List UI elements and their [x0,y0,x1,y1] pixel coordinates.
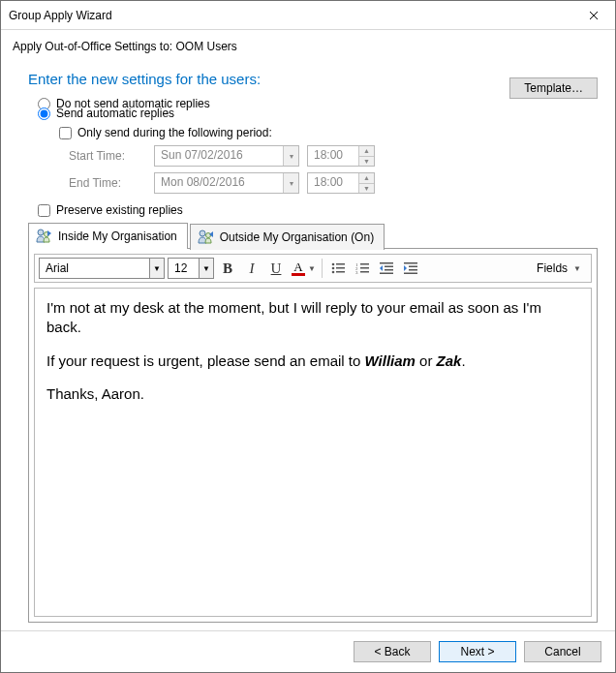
only-send-period-label: Only send during the following period: [77,126,272,139]
tabs: Inside My Organisation Outside My Organi… [28,223,598,249]
start-time-value: 18:00 [308,146,358,166]
svg-rect-16 [380,262,393,264]
bold-button[interactable]: B [217,258,238,279]
radio-send-reply-label: Send automatic replies [56,107,174,120]
tab-inside-org[interactable]: Inside My Organisation [28,223,188,249]
content-area: Enter the new settings for the users: Do… [1,59,615,630]
end-date-value: Mon 08/02/2016 [155,173,283,193]
font-size-select[interactable]: 12 ▼ [168,258,214,279]
chevron-down-icon: ▾ [283,173,298,193]
bullet-list-icon [330,260,346,276]
bullet-list-button[interactable] [327,258,349,279]
next-button[interactable]: Next > [439,641,516,662]
start-date-value: Sun 07/02/2016 [155,146,283,166]
svg-point-3 [205,233,210,238]
radio-send-reply-input[interactable] [38,107,50,120]
fields-dropdown[interactable]: Fields ▼ [531,258,587,279]
chevron-down-icon: ▼ [307,264,317,273]
window-title: Group Apply Wizard [9,9,571,22]
tab-outside-org[interactable]: Outside My Organisation (On) [190,224,385,250]
outdent-icon [379,260,394,276]
start-date-picker: Sun 07/02/2016 ▾ [154,145,299,167]
svg-point-8 [332,271,335,274]
svg-rect-22 [409,269,417,271]
chevron-down-icon: ▼ [573,264,581,273]
svg-point-0 [38,229,44,235]
chevron-down-icon: ▼ [149,259,164,278]
indent-button[interactable] [400,258,421,279]
message-editor[interactable]: I'm not at my desk at the moment, but I … [34,288,592,617]
titlebar: Group Apply Wizard [1,1,615,30]
spinner-icon: ▲▼ [358,146,374,166]
italic-button[interactable]: I [241,258,262,279]
svg-rect-23 [404,273,417,275]
window: Group Apply Wizard Apply Out-of-Office S… [0,0,616,673]
svg-point-4 [332,263,335,266]
subtitle: Apply Out-of-Office Settings to: OOM Use… [1,30,615,59]
wizard-footer: < Back Next > Cancel [1,630,615,672]
numbered-list-icon: 1 2 3 [354,260,370,276]
end-time-value: 18:00 [308,173,358,193]
fields-label: Fields [537,261,568,275]
editor-toolbar: Arial ▼ 12 ▼ B I U A ▼ [34,254,592,283]
tab-inside-label: Inside My Organisation [58,229,177,243]
period-block: Only send during the following period: S… [49,126,598,194]
close-icon [589,11,599,20]
svg-rect-18 [385,269,393,271]
svg-rect-5 [336,263,345,265]
font-color-icon: A [290,261,307,276]
users-inside-icon [35,228,52,245]
spinner-icon: ▲▼ [358,173,374,193]
font-family-value: Arial [40,261,149,275]
font-color-button[interactable]: A ▼ [290,258,317,279]
preserve-replies-checkbox[interactable] [38,204,50,217]
preserve-replies[interactable]: Preserve existing replies [38,203,598,217]
svg-point-2 [200,230,205,236]
tab-outside-label: Outside My Organisation (On) [220,230,374,244]
numbered-list-button[interactable]: 1 2 3 [352,258,373,279]
chevron-down-icon: ▼ [199,259,213,278]
svg-rect-15 [360,271,369,273]
only-send-period-checkbox[interactable] [59,127,72,139]
preserve-replies-label: Preserve existing replies [56,203,183,217]
only-send-period[interactable]: Only send during the following period: [59,126,598,139]
cancel-button[interactable]: Cancel [524,641,601,662]
font-family-select[interactable]: Arial ▼ [39,258,165,279]
start-time-label: Start Time: [69,149,146,163]
svg-rect-11 [360,263,369,265]
indent-icon [403,260,418,276]
outdent-button[interactable] [376,258,397,279]
end-time-label: End Time: [69,176,146,190]
toolbar-separator [322,259,323,278]
end-time-picker: 18:00 ▲▼ [307,172,375,194]
message-paragraph: I'm not at my desk at the moment, but I … [46,298,579,338]
svg-point-6 [332,267,335,270]
message-paragraph: If your request is urgent, please send a… [46,352,579,371]
back-button[interactable]: < Back [354,641,431,662]
message-paragraph: Thanks, Aaron. [46,384,579,404]
radio-send-reply[interactable]: Send automatic replies [38,107,598,120]
svg-rect-17 [385,266,393,268]
users-outside-icon [197,229,214,246]
editor-frame: Arial ▼ 12 ▼ B I U A ▼ [28,248,598,623]
svg-rect-9 [336,271,345,273]
svg-rect-13 [360,267,369,269]
underline-button[interactable]: U [265,258,287,279]
svg-text:3: 3 [355,270,358,275]
svg-rect-7 [336,267,345,269]
chevron-down-icon: ▾ [283,146,298,166]
close-button[interactable] [571,1,615,29]
svg-rect-20 [404,262,417,264]
svg-rect-21 [409,266,417,268]
svg-rect-19 [380,273,393,275]
font-size-value: 12 [169,261,199,275]
template-button[interactable]: Template… [509,77,598,99]
start-time-picker: 18:00 ▲▼ [307,145,375,167]
end-date-picker: Mon 08/02/2016 ▾ [154,172,299,194]
